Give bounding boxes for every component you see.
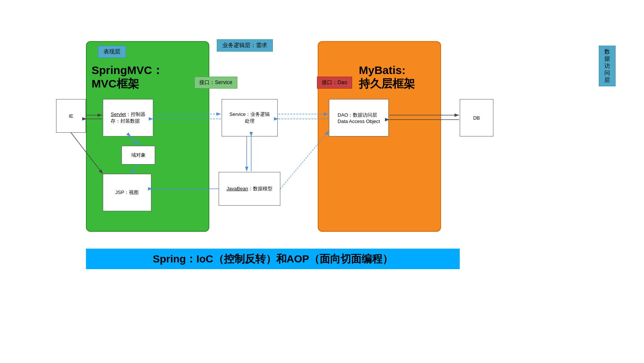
shuju-label: 数据访问层	[599, 46, 616, 86]
mybatis-title: MyBatis: 持久层框架	[359, 64, 415, 90]
servlet-box: Servlet：控制器存：封装数据	[103, 99, 153, 136]
yewu-label: 业务逻辑层：需求	[217, 39, 273, 52]
service-box: Service：业务逻辑处理	[222, 99, 278, 136]
spring-banner: Spring：IoC（控制反转）和AOP（面向切面编程）	[86, 249, 460, 269]
diagram-container: 表现层 数据访问层 业务逻辑层：需求 接口：Service 接口：Dao Spr…	[49, 19, 594, 262]
jsp-box: JSP：视图	[103, 174, 151, 211]
ie-box: IE	[56, 99, 86, 133]
dao-interface-badge: 接口：Dao	[317, 77, 352, 89]
springmvc-title: SpringMVC： MVC框架	[92, 64, 163, 90]
dao-box: DAO：数据访问层Data Access Object	[329, 99, 389, 136]
biaoxi-label: 表现层	[98, 46, 126, 58]
javabean-box: JavaBean：数据模型	[219, 172, 280, 206]
db-box: DB	[460, 99, 493, 136]
domain-box: 域对象	[121, 146, 155, 164]
yewu-label-wrapper: 业务逻辑层：需求	[217, 39, 273, 52]
service-interface-badge: 接口：Service	[194, 77, 237, 89]
